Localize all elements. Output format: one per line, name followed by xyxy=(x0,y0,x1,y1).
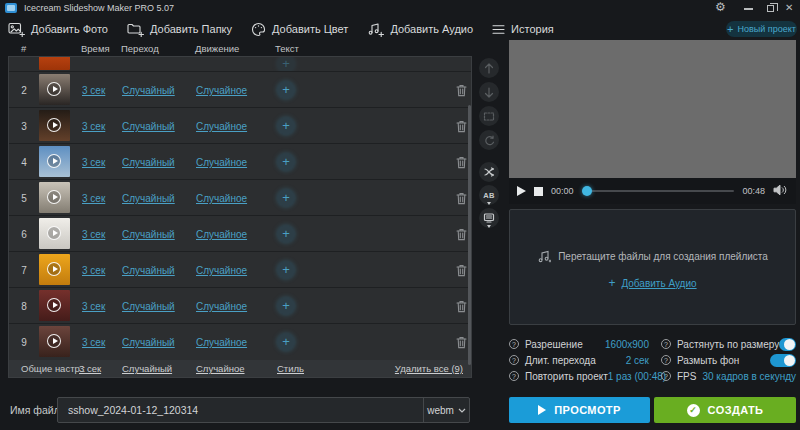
row-motion-link[interactable]: Случайное xyxy=(196,85,247,96)
row-transition-link[interactable]: Случайный xyxy=(122,337,175,348)
row-time-link[interactable]: 3 сек xyxy=(82,265,105,276)
shuffle-button[interactable] xyxy=(479,162,499,182)
slide-thumbnail[interactable] xyxy=(39,218,70,249)
row-motion-link[interactable]: Случайное xyxy=(196,229,247,240)
row-motion-link[interactable]: Случайное xyxy=(196,301,247,312)
row-transition-link[interactable]: Случайный xyxy=(122,301,175,312)
delete-row-icon[interactable] xyxy=(456,119,467,137)
play-button[interactable] xyxy=(517,186,526,196)
row-motion-link[interactable]: Случайное xyxy=(196,193,247,204)
delete-row-icon[interactable] xyxy=(456,227,467,245)
transition-duration-value[interactable]: 2 сек xyxy=(626,355,649,366)
help-icon[interactable]: ? xyxy=(509,339,519,349)
table-scrollbar[interactable] xyxy=(468,105,471,365)
slide-thumbnail[interactable] xyxy=(39,182,70,213)
add-photo-button[interactable]: Добавить Фото xyxy=(8,22,108,37)
resolution-value[interactable]: 1600x900 xyxy=(605,339,649,350)
add-folder-button[interactable]: Добавить Папку xyxy=(127,22,232,37)
add-text-button[interactable]: + xyxy=(277,117,295,135)
row-transition-link[interactable]: Случайный xyxy=(122,265,175,276)
rotate-button[interactable] xyxy=(479,130,499,150)
help-icon[interactable]: ? xyxy=(661,371,671,381)
slide-thumbnail[interactable] xyxy=(39,290,70,321)
row-transition-link[interactable]: Случайный xyxy=(122,85,175,96)
row-time-link[interactable]: 3 сек xyxy=(82,85,105,96)
move-down-button[interactable] xyxy=(479,82,499,102)
minimize-icon[interactable] xyxy=(744,8,753,10)
add-color-button[interactable]: Добавить Цвет xyxy=(251,22,348,37)
row-time-link[interactable]: 3 сек xyxy=(82,229,105,240)
global-time-link[interactable]: 3 сек xyxy=(79,363,101,374)
history-button[interactable]: История xyxy=(492,23,554,35)
row-time-link[interactable]: 3 сек xyxy=(82,337,105,348)
stretch-toggle[interactable] xyxy=(779,338,796,351)
help-icon[interactable]: ? xyxy=(661,355,671,365)
setting-loop-project: ? Повторить проект 1 раз (00:48) xyxy=(509,368,649,384)
delete-row-icon[interactable] xyxy=(456,191,467,209)
slide-thumbnail[interactable] xyxy=(39,146,70,177)
slide-thumbnail[interactable] xyxy=(39,110,70,141)
slide-thumbnail[interactable] xyxy=(39,74,70,105)
volume-button[interactable] xyxy=(773,182,788,200)
add-text-button[interactable]: + xyxy=(277,225,295,243)
settings-gear-icon[interactable]: ⚙ xyxy=(715,0,726,14)
add-text-button[interactable]: + xyxy=(277,153,295,171)
add-audio-button[interactable]: Добавить Аудио xyxy=(367,22,473,37)
add-text-button[interactable]: + xyxy=(277,57,295,72)
global-transition-link[interactable]: Случайный xyxy=(122,363,172,374)
slide-thumbnail[interactable] xyxy=(39,326,70,357)
playlist-drop-zone[interactable]: Перетащите файлы для создания плейлиста … xyxy=(509,209,796,325)
transition-ab-button[interactable]: AB xyxy=(479,185,499,205)
style-button[interactable] xyxy=(479,208,499,228)
row-time-link[interactable]: 3 сек xyxy=(82,193,105,204)
seek-slider[interactable] xyxy=(582,190,735,192)
restore-icon[interactable] xyxy=(767,5,774,12)
delete-all-link[interactable]: Удалить все (9) xyxy=(395,363,463,374)
row-motion-link[interactable]: Случайное xyxy=(196,337,247,348)
global-motion-link[interactable]: Случайное xyxy=(196,363,245,374)
help-icon[interactable]: ? xyxy=(661,339,671,349)
create-button[interactable]: ✓ СОЗДАТЬ xyxy=(654,397,796,423)
blur-toggle[interactable] xyxy=(770,354,796,367)
settings-row-1: ? Разрешение 1600x900 ? Растянуть по раз… xyxy=(509,336,796,352)
filename-input[interactable] xyxy=(58,398,423,422)
row-transition-link[interactable]: Случайный xyxy=(122,193,175,204)
row-motion-link[interactable]: Случайное xyxy=(196,121,247,132)
add-text-button[interactable]: + xyxy=(277,189,295,207)
add-text-button[interactable]: + xyxy=(277,261,295,279)
partial-thumb[interactable] xyxy=(39,57,70,70)
row-transition-link[interactable]: Случайный xyxy=(122,229,175,240)
move-up-button[interactable] xyxy=(479,58,499,78)
loop-project-value[interactable]: 1 раз (00:48) xyxy=(608,371,666,382)
close-icon[interactable]: ✕ xyxy=(785,2,793,13)
delete-row-icon[interactable] xyxy=(456,299,467,317)
row-motion-link[interactable]: Случайное xyxy=(196,265,247,276)
new-project-button[interactable]: + Новый проект xyxy=(726,21,797,37)
video-preview[interactable] xyxy=(509,40,796,178)
format-dropdown[interactable]: webm xyxy=(423,398,469,422)
fps-value[interactable]: 30 кадров в секунду xyxy=(702,371,796,382)
slide-thumbnail[interactable] xyxy=(39,254,70,285)
add-text-button[interactable]: + xyxy=(277,81,295,99)
row-transition-link[interactable]: Случайный xyxy=(122,121,175,132)
delete-row-icon[interactable] xyxy=(456,155,467,173)
add-text-button[interactable]: + xyxy=(277,333,295,351)
preview-button[interactable]: ПРОСМОТР xyxy=(509,397,650,423)
row-transition-link[interactable]: Случайный xyxy=(122,157,175,168)
row-motion-link[interactable]: Случайное xyxy=(196,157,247,168)
global-style-link[interactable]: Стиль xyxy=(277,363,304,374)
row-time-link[interactable]: 3 сек xyxy=(82,121,105,132)
stop-button[interactable] xyxy=(534,187,543,196)
delete-row-icon[interactable] xyxy=(456,263,467,281)
row-time-link[interactable]: 3 сек xyxy=(82,301,105,312)
seek-handle[interactable] xyxy=(582,186,592,196)
help-icon[interactable]: ? xyxy=(509,355,519,365)
row-time-link[interactable]: 3 сек xyxy=(82,157,105,168)
add-audio-link[interactable]: + Добавить Аудио xyxy=(510,276,795,290)
loop-project-label: Повторить проект xyxy=(525,371,608,382)
delete-row-icon[interactable] xyxy=(456,83,467,101)
help-icon[interactable]: ? xyxy=(509,371,519,381)
add-text-button[interactable]: + xyxy=(277,297,295,315)
crop-button[interactable] xyxy=(479,106,499,126)
delete-row-icon[interactable] xyxy=(456,335,467,353)
